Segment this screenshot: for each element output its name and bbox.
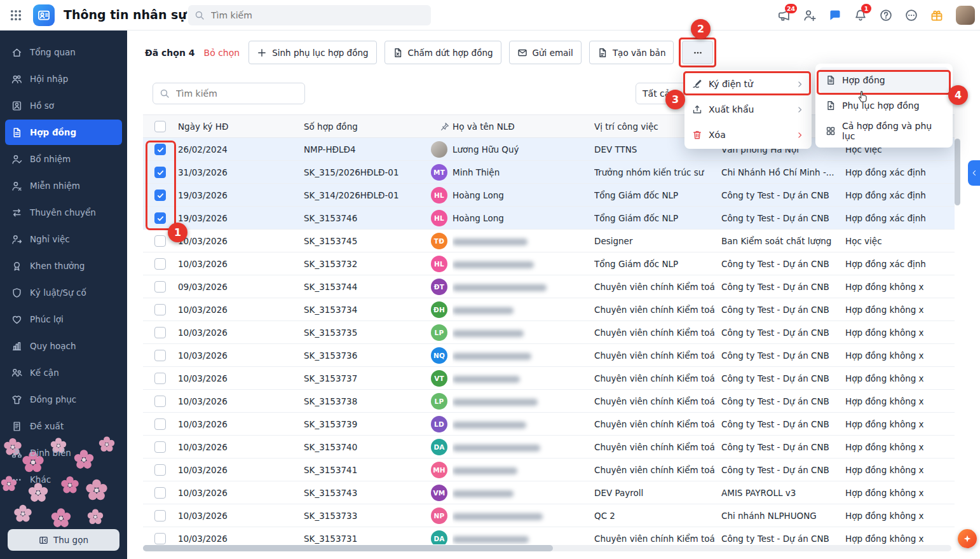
- pin-icon[interactable]: [440, 122, 449, 131]
- column-header-contract-no[interactable]: Số hợp đồng: [304, 115, 358, 138]
- table-row[interactable]: 10/03/2026SK_3153741MHChuyên viên chính …: [143, 459, 955, 481]
- table-row[interactable]: 09/03/2026SK_3153744ĐTChuyên viên chính …: [143, 275, 955, 298]
- table-row[interactable]: 10/03/2026SK_3153737VTChuyên viên chính …: [143, 367, 955, 390]
- row-checkbox[interactable]: [154, 304, 166, 315]
- sidebar-item-quy-hoach[interactable]: Quy hoạch: [5, 333, 122, 359]
- sinh-phu-luc-hop-dong-button[interactable]: Sinh phụ lục hợp đồng: [248, 41, 376, 64]
- announcement-button[interactable]: 24: [778, 9, 791, 22]
- table-row[interactable]: 19/03/2026SK_314/2026HĐLĐ-01HLHoàng Long…: [143, 184, 955, 207]
- row-checkbox[interactable]: [154, 327, 166, 338]
- avatar: DA: [431, 530, 447, 544]
- row-checkbox[interactable]: [154, 487, 166, 499]
- row-checkbox[interactable]: [154, 418, 166, 430]
- plus-icon: [257, 48, 267, 58]
- deselect-link[interactable]: Bỏ chọn: [204, 48, 240, 58]
- row-checkbox[interactable]: [154, 464, 166, 476]
- row-checkbox[interactable]: [154, 441, 166, 453]
- app-logo[interactable]: [33, 4, 55, 26]
- sidebar-item-tong-quan[interactable]: Tổng quan: [5, 39, 122, 65]
- submenu-item-hop-dong[interactable]: Hợp đồng: [819, 67, 949, 93]
- table-row[interactable]: 10/03/2026SK_3153735LPChuyên viên chính …: [143, 321, 955, 344]
- row-checkbox[interactable]: [154, 144, 166, 155]
- global-search[interactable]: [188, 5, 431, 25]
- table-row[interactable]: 10/03/2026SK_3153731DAChuyên viên chính …: [143, 527, 955, 544]
- table-row[interactable]: 10/03/2026SK_3153732HLTổng Giám đốc NLPC…: [143, 252, 955, 275]
- submenu-item-ca-hop-dong-va-phu-luc[interactable]: Cả hợp đồng và phụ lục: [819, 118, 949, 144]
- row-checkbox[interactable]: [154, 281, 166, 293]
- submenu-item-phu-luc-hop-dong[interactable]: Phụ lục hợp đồng: [819, 93, 949, 118]
- horizontal-scrollbar-thumb[interactable]: [143, 545, 553, 551]
- help-button[interactable]: [880, 9, 892, 22]
- table-row[interactable]: 10/03/2026SK_3153739LDChuyên viên chính …: [143, 413, 955, 436]
- collapse-sidebar-button[interactable]: Thu gọn: [8, 529, 119, 551]
- sidebar-item-ho-so[interactable]: Hồ sơ: [5, 93, 122, 118]
- sidebar-item-bo-nhiem[interactable]: Bổ nhiệm: [5, 146, 122, 172]
- sidebar-item-khac[interactable]: Khác: [5, 467, 122, 492]
- menu-item-xoa[interactable]: Xóa: [684, 122, 812, 148]
- table-search-input[interactable]: [175, 88, 298, 99]
- cham-dut-hop-dong-button[interactable]: Chấm dứt hợp đồng: [385, 41, 501, 64]
- sidebar-item-mien-nhiem[interactable]: Miễn nhiệm: [5, 173, 122, 198]
- row-checkbox[interactable]: [154, 258, 166, 270]
- table-search[interactable]: [153, 83, 305, 104]
- table-row[interactable]: 10/03/2026SK_3153745TĐDesignerBan Kiểm s…: [143, 230, 955, 252]
- table-row[interactable]: 10/03/2026SK_3153734ĐHChuyên viên chính …: [143, 298, 955, 321]
- vertical-scrollbar[interactable]: [955, 139, 960, 544]
- table-row[interactable]: 31/03/2026SK_315/2026HĐLĐ-01MTMinh Thiện…: [143, 161, 955, 184]
- sidebar-item-de-xuat[interactable]: Đề xuất: [5, 413, 122, 439]
- select-all-checkbox[interactable]: [154, 121, 166, 132]
- app-grid-icon[interactable]: [10, 10, 22, 21]
- table-row[interactable]: 10/03/2026SK_3153740DAChuyên viên chính …: [143, 436, 955, 459]
- horizontal-scrollbar[interactable]: [143, 545, 951, 551]
- gui-email-button[interactable]: Gửi email: [509, 41, 582, 64]
- sidebar-item-nghi-viec[interactable]: Nghỉ việc: [5, 226, 122, 252]
- invite-user-button[interactable]: [803, 9, 816, 22]
- sidebar-item-ke-can[interactable]: Kế cận: [5, 360, 122, 385]
- sidebar-item-ky-luat-su-co[interactable]: Kỷ luật/Sự cố: [5, 280, 122, 305]
- floating-action-button[interactable]: [958, 529, 977, 548]
- menu-item-xuat-khau[interactable]: Xuất khẩu: [684, 97, 812, 122]
- row-checkbox[interactable]: [154, 235, 166, 247]
- sidebar-item-hop-dong[interactable]: Hợp đồng: [5, 120, 122, 145]
- table-row[interactable]: 10/03/2026SK_3153733NPQC 2Chi nhánh NLPH…: [143, 504, 955, 527]
- more-actions-button[interactable]: [682, 41, 713, 64]
- expand-panel-tab[interactable]: [968, 160, 980, 186]
- sidebar-item-dinh-bien[interactable]: Định biên: [5, 440, 122, 466]
- vertical-scrollbar-thumb[interactable]: [955, 139, 960, 205]
- table-row[interactable]: 10/03/2026SK_3153736NQChuyên viên chính …: [143, 344, 955, 367]
- row-checkbox[interactable]: [154, 510, 166, 521]
- search-icon: [160, 88, 170, 99]
- row-checkbox[interactable]: [154, 396, 166, 407]
- sidebar-item-dong-phuc[interactable]: Đồng phục: [5, 387, 122, 412]
- sidebar-item-khen-thuong[interactable]: Khen thưởng: [5, 253, 122, 279]
- redacted-name: [453, 261, 534, 268]
- sidebar-item-phuc-loi[interactable]: Phúc lợi: [5, 307, 122, 332]
- row-checkbox[interactable]: [154, 212, 166, 224]
- column-header-position[interactable]: Vị trí công việc: [594, 115, 658, 138]
- sidebar-item-thuyen-chuyen[interactable]: Thuyên chuyển: [5, 200, 122, 225]
- notifications-button[interactable]: 1: [854, 9, 867, 22]
- more-apps-button[interactable]: [905, 9, 918, 22]
- row-checkbox[interactable]: [154, 167, 166, 178]
- table-row[interactable]: 10/03/2026SK_3153743VMDEV PayrollAMIS PA…: [143, 481, 955, 504]
- cell-name: [453, 436, 589, 459]
- tao-van-ban-button[interactable]: Tạo văn bản: [589, 41, 674, 64]
- row-checkbox[interactable]: [154, 533, 166, 544]
- row-checkbox[interactable]: [154, 373, 166, 384]
- row-checkbox[interactable]: [154, 350, 166, 361]
- menu-item-ky-dien-tu[interactable]: Ký điện tử: [684, 71, 812, 97]
- user-avatar[interactable]: [956, 6, 975, 25]
- cell-name: [453, 390, 589, 413]
- column-header-name[interactable]: Họ và tên NLĐ: [453, 115, 515, 138]
- row-checkbox[interactable]: [154, 190, 166, 201]
- global-search-input[interactable]: [210, 10, 425, 21]
- chat-button[interactable]: [829, 9, 841, 22]
- table-row[interactable]: 10/03/2026SK_3153738LPChuyên viên chính …: [143, 390, 955, 413]
- selected-count: Đã chọn 4: [145, 48, 195, 58]
- doc-icon: [826, 75, 836, 85]
- sidebar-item-hoi-nhap[interactable]: Hội nhập: [5, 66, 122, 92]
- annotation-step-1: 1: [168, 223, 187, 242]
- column-header-date[interactable]: Ngày ký HĐ: [178, 115, 228, 138]
- rewards-button[interactable]: [930, 9, 943, 22]
- table-row[interactable]: 19/03/2026SK_3153746HLHoàng LongTổng Giá…: [143, 207, 955, 230]
